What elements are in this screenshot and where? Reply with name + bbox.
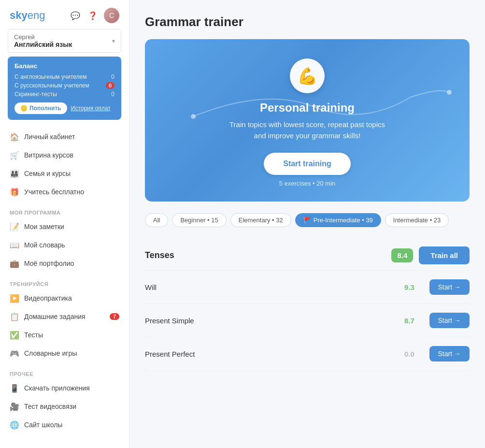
family-icon: 👨‍👩‍👧 [10, 169, 19, 178]
games-icon: 🎮 [10, 348, 19, 358]
start-present-perfect-button[interactable]: Start → [429, 346, 470, 361]
start-will-button[interactable]: Start → [429, 279, 470, 295]
nav-label-school-site: Сайт школы [24, 421, 62, 429]
nav-label-notes: Мои заметки [24, 223, 64, 231]
hero-title: Personal training [159, 101, 455, 115]
filter-pre-intermediate[interactable]: 🚩 Pre-Intermediate • 39 [295, 213, 381, 227]
nav-item-notes[interactable]: 📝 Мои заметки [0, 217, 129, 236]
help-icon[interactable]: ❓ [86, 9, 99, 22]
my-program-section: МОЯ ПРОГРАММА 📝 Мои заметки 📖 Мой словар… [0, 203, 129, 275]
camera-icon: 🎥 [10, 402, 19, 411]
nav-item-word-games[interactable]: 🎮 Словарные игры [0, 344, 129, 362]
page-title: Grammar trainer [145, 14, 470, 29]
flag-icon: 🚩 [303, 217, 311, 224]
muscle-emoji: 💪 [297, 66, 317, 86]
replenish-label: Пополнить [29, 105, 61, 112]
hero-emoji: 💪 [290, 58, 325, 93]
nav-item-courses[interactable]: 🛒 Витрина курсов [0, 146, 129, 164]
homework-badge: 7 [110, 313, 119, 320]
nav-label-dictionary: Мой словарь [24, 241, 65, 249]
filter-all[interactable]: All [145, 213, 168, 227]
download-icon: 📱 [10, 383, 19, 393]
topic-row-will: Will 9.3 Start → [145, 271, 470, 304]
other-section-title: ПРОЧЕЕ [0, 366, 129, 379]
train-section: ТРЕНИРУЙСЯ ▶️ Видеопрактика 📋 Домашние з… [0, 275, 129, 364]
topic-name-present-perfect: Present Perfect [145, 350, 398, 358]
chat-icon[interactable]: 💬 [69, 9, 82, 22]
hero-meta: 5 exercises • 20 min [159, 180, 455, 187]
header-icons: 💬 ❓ С [69, 8, 119, 23]
user-name: Сергей [14, 33, 72, 41]
main-content: Grammar trainer 💪 Personal training Trai… [129, 0, 485, 448]
nav-item-cabinet[interactable]: 🏠 Личный кабинет [0, 128, 129, 146]
sidebar: skyeng 💬 ❓ С Сергей Английский язык ▾ Ба… [0, 0, 129, 448]
start-training-button[interactable]: Start training [264, 153, 351, 175]
user-course-select[interactable]: Сергей Английский язык ▾ [8, 29, 121, 53]
nav-label-video-test: Тест видеосвязи [24, 403, 76, 410]
replenish-button[interactable]: 🪙 Пополнить [14, 102, 67, 114]
logo-sky: sky [10, 9, 28, 21]
topic-score-present-simple: 8.7 [398, 317, 422, 325]
topic-score-present-perfect: 0.0 [398, 350, 422, 358]
tenses-section-title: Tenses [145, 250, 174, 260]
main-nav: 🏠 Личный кабинет 🛒 Витрина курсов 👨‍👩‍👧 … [0, 126, 129, 203]
notes-icon: 📝 [10, 222, 19, 231]
filter-elementary[interactable]: Elementary • 32 [230, 213, 291, 227]
filter-beginner[interactable]: Beginner • 15 [172, 213, 226, 227]
nav-item-video-test[interactable]: 🎥 Тест видеосвязи [0, 397, 129, 416]
logo-eng: eng [28, 9, 45, 21]
hero-subtitle: Train topics with lowest score, repeat p… [159, 119, 455, 141]
chevron-down-icon: ▾ [112, 38, 115, 44]
topic-row-present-simple: Present Simple 8.7 Start → [145, 304, 470, 337]
nav-item-free[interactable]: 🎁 Учитесь бесплатно [0, 183, 129, 201]
nav-label-portfolio: Моё портфолио [24, 260, 74, 267]
tenses-score-badge: 8.4 [391, 248, 413, 262]
dictionary-icon: 📖 [10, 240, 19, 250]
nav-item-download[interactable]: 📱 Скачать приложения [0, 379, 129, 397]
nav-item-family[interactable]: 👨‍👩‍👧 Семья и курсы [0, 164, 129, 183]
nav-label-courses: Витрина курсов [24, 151, 73, 159]
nav-label-download: Скачать приложения [24, 384, 90, 392]
logo: skyeng [10, 9, 45, 22]
balance-actions: 🪙 Пополнить История оплат [14, 102, 114, 114]
balance-block: Баланс С англоязычным учителем 0 С русск… [8, 57, 121, 120]
home-icon: 🏠 [10, 132, 19, 142]
section-header-right: 8.4 Train all [391, 246, 470, 264]
hero-card: 💪 Personal training Train topics with lo… [145, 39, 470, 202]
user-course: Английский язык [14, 41, 72, 48]
start-present-simple-button[interactable]: Start → [429, 313, 470, 328]
filter-intermediate[interactable]: Intermediate • 23 [385, 213, 449, 227]
avatar[interactable]: С [104, 8, 119, 23]
balance-badge-1: 0 [106, 82, 114, 89]
nav-item-homework[interactable]: 📋 Домашние задания 7 [0, 307, 129, 326]
balance-value-0: 0 [111, 73, 114, 80]
balance-label-2: Скрининг-тесты [14, 91, 57, 98]
sidebar-header: skyeng 💬 ❓ С [0, 0, 129, 29]
balance-label-0: С англоязычным учителем [14, 73, 86, 80]
nav-item-school-site[interactable]: 🌐 Сайт школы [0, 416, 129, 434]
coin-icon: 🪙 [20, 105, 28, 112]
other-section: ПРОЧЕЕ 📱 Скачать приложения 🎥 Тест видео… [0, 364, 129, 436]
nav-item-dictionary[interactable]: 📖 Мой словарь [0, 236, 129, 254]
nav-label-family: Семья и курсы [24, 170, 71, 177]
nav-label-free: Учитесь бесплатно [24, 188, 84, 196]
nav-label-cabinet: Личный кабинет [24, 133, 75, 141]
nav-label-games: Словарные игры [24, 349, 77, 357]
filter-bar: All Beginner • 15 Elementary • 32 🚩 Pre-… [145, 213, 470, 227]
train-section-title: ТРЕНИРУЙСЯ [0, 276, 129, 289]
nav-label-homework: Домашние задания [24, 313, 86, 320]
my-program-title: МОЯ ПРОГРАММА [0, 205, 129, 217]
balance-label-1: С русскоязычным учителем [14, 82, 89, 89]
nav-label-video: Видеопрактика [24, 294, 72, 302]
payment-history-link[interactable]: История оплат [71, 105, 111, 112]
nav-item-tests[interactable]: ✅ Тесты [0, 326, 129, 344]
balance-value-2: 0 [111, 91, 114, 98]
video-icon: ▶️ [10, 293, 19, 303]
tenses-section-header: Tenses 8.4 Train all [145, 239, 470, 271]
nav-item-portfolio[interactable]: 💼 Моё портфолио [0, 254, 129, 273]
balance-row-0: С англоязычным учителем 0 [14, 73, 114, 80]
nav-item-videopractice[interactable]: ▶️ Видеопрактика [0, 289, 129, 307]
balance-row-1: С русскоязычным учителем 0 [14, 82, 114, 89]
train-all-button[interactable]: Train all [419, 246, 470, 264]
nav-label-tests: Тесты [24, 331, 43, 339]
